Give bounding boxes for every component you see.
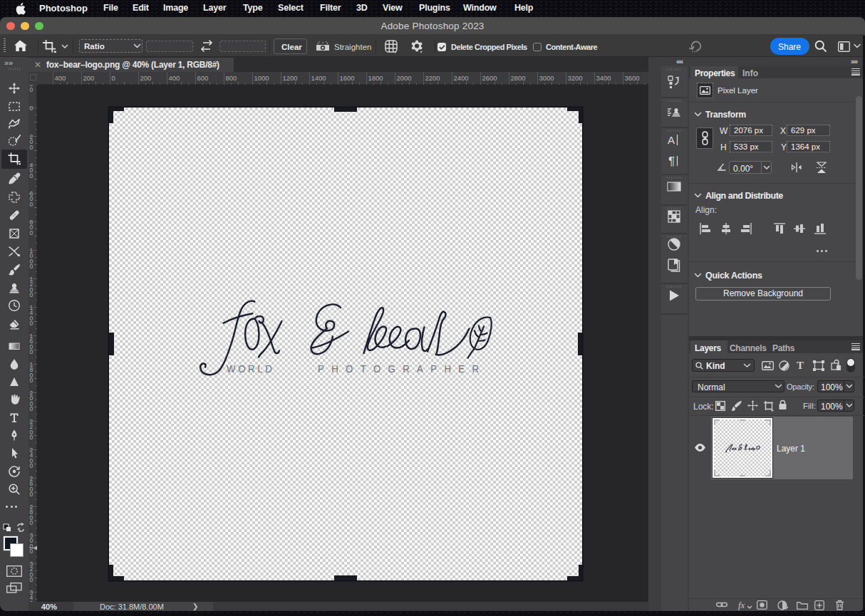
svg-text:¶: ¶ — [668, 155, 675, 168]
svg-text:A: A — [668, 134, 675, 146]
svg-text:WORLD: WORLD — [227, 362, 275, 375]
svg-text:PHOTOGRAPHER: PHOTOGRAPHER — [318, 362, 486, 375]
